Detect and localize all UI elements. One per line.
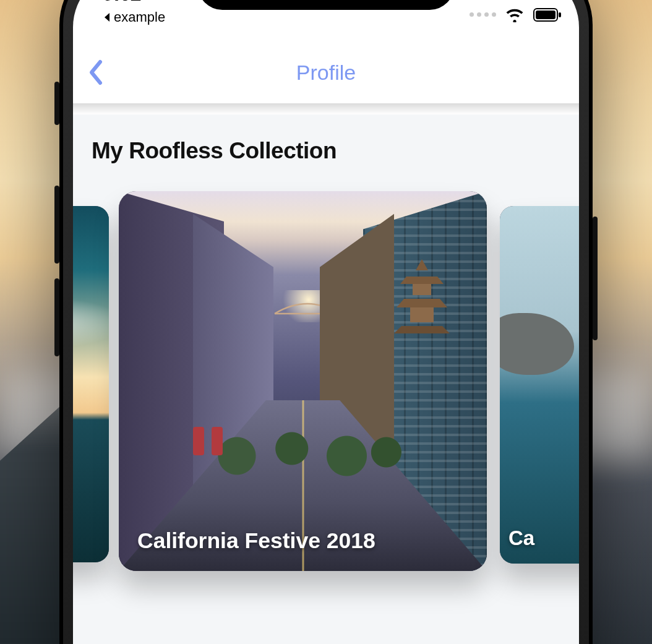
svg-rect-6 [413, 284, 431, 295]
nav-bar: Profile [73, 41, 579, 103]
svg-marker-5 [400, 277, 444, 284]
card-caption: California Festive 2018 [137, 528, 474, 554]
back-chevron-icon [87, 58, 105, 87]
svg-marker-9 [394, 326, 450, 333]
phone-mute-switch [54, 82, 59, 125]
phone-volume-down [54, 278, 59, 356]
signal-dots-icon [470, 12, 496, 17]
phone-volume-up [54, 186, 59, 264]
battery-icon [533, 8, 562, 22]
status-time: 9:02 [103, 0, 141, 6]
nav-back-button[interactable] [87, 58, 105, 87]
status-back-to-app[interactable]: example [103, 9, 165, 25]
collection-card-next[interactable]: Ca [500, 206, 579, 564]
phone-side-button [593, 217, 598, 340]
svg-rect-1 [536, 11, 555, 19]
svg-marker-7 [397, 299, 447, 307]
section-title: My Roofless Collection [73, 138, 579, 164]
content-area: My Roofless Collection [73, 114, 579, 644]
svg-rect-2 [559, 12, 561, 17]
card-image [73, 206, 109, 562]
svg-marker-4 [416, 259, 428, 270]
card-caption: Ca [508, 526, 579, 550]
wifi-icon [505, 7, 525, 22]
collection-card-current[interactable]: California Festive 2018 [119, 191, 487, 571]
caret-left-icon [103, 12, 111, 23]
status-back-app-label: example [114, 9, 165, 25]
nav-title: Profile [296, 61, 356, 85]
card-image [119, 191, 487, 571]
nav-bar-shadow [73, 103, 579, 114]
phone-screen: 9:02 example [73, 0, 579, 644]
collection-carousel[interactable]: California Festive 2018 Ca [73, 191, 579, 587]
svg-rect-8 [410, 307, 434, 322]
collection-card-prev[interactable] [73, 206, 109, 562]
phone-frame: 9:02 example [59, 0, 593, 644]
card-image [500, 206, 579, 564]
phone-notch [198, 0, 455, 10]
